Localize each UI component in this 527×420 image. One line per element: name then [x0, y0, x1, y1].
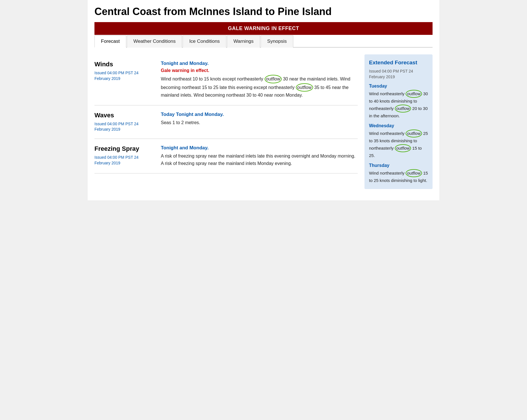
waves-period: Today Tonight and Monday.: [161, 112, 358, 117]
winds-issued: Issued 04:00 PM PST 24 February 2019: [94, 70, 154, 81]
outflow-tuesday-2: outflow: [395, 105, 411, 113]
freezing-spray-left: Freezing Spray Issued 04:00 PM PST 24 Fe…: [94, 145, 154, 167]
tuesday-label: Tuesday: [369, 84, 428, 89]
winds-text: Wind northeast 10 to 15 knots except nor…: [161, 75, 358, 99]
tab-weather-conditions[interactable]: Weather Conditions: [127, 35, 182, 48]
page-title: Central Coast from McInnes Island to Pin…: [94, 6, 433, 18]
outflow-wednesday-1: outflow: [406, 130, 422, 137]
tab-bar: Forecast Weather Conditions Ice Conditio…: [94, 35, 433, 48]
winds-title: Winds: [94, 61, 154, 68]
freezing-spray-body: Tonight and Monday. A risk of freezing s…: [161, 145, 358, 167]
outflow-highlight-2: outflow: [296, 83, 313, 92]
thursday-label: Thursday: [369, 163, 428, 168]
freezing-spray-title: Freezing Spray: [94, 145, 154, 152]
forecast-content: Winds Issued 04:00 PM PST 24 February 20…: [94, 54, 358, 189]
tab-warnings[interactable]: Warnings: [227, 35, 260, 48]
sidebar-issued: Issued 04:00 PM PST 24 February 2019: [369, 69, 428, 80]
freezing-spray-period: Tonight and Monday.: [161, 145, 358, 151]
freezing-spray-text: A risk of freezing spray near the mainla…: [161, 152, 358, 167]
winds-body: Tonight and Monday. Gale warning in effe…: [161, 61, 358, 99]
outflow-highlight-1: outflow: [265, 75, 282, 83]
waves-body: Today Tonight and Monday. Seas 1 to 2 me…: [161, 112, 358, 132]
waves-section: Waves Issued 04:00 PM PST 24 February 20…: [94, 105, 358, 139]
waves-text: Seas 1 to 2 metres.: [161, 119, 358, 126]
extended-forecast-sidebar: Extended Forecast Issued 04:00 PM PST 24…: [364, 54, 433, 189]
freezing-spray-issued: Issued 04:00 PM PST 24 February 2019: [94, 155, 154, 166]
outflow-wednesday-2: outflow: [395, 144, 411, 152]
winds-section: Winds Issued 04:00 PM PST 24 February 20…: [94, 54, 358, 105]
tab-ice-conditions[interactable]: Ice Conditions: [183, 35, 226, 48]
main-layout: Winds Issued 04:00 PM PST 24 February 20…: [94, 54, 433, 189]
tab-synopsis[interactable]: Synopsis: [261, 35, 293, 48]
wednesday-text: Wind northeasterly outflow 25 to 35 knot…: [369, 130, 428, 159]
waves-issued: Issued 04:00 PM PST 24 February 2019: [94, 121, 154, 132]
waves-left: Waves Issued 04:00 PM PST 24 February 20…: [94, 112, 154, 132]
winds-warning: Gale warning in effect.: [161, 68, 358, 73]
waves-title: Waves: [94, 112, 154, 119]
gale-warning-banner: GALE WARNING IN EFFECT: [94, 22, 433, 35]
tuesday-text: Wind northeasterly outflow 30 to 40 knot…: [369, 90, 428, 119]
outflow-tuesday-1: outflow: [406, 90, 422, 98]
freezing-spray-section: Freezing Spray Issued 04:00 PM PST 24 Fe…: [94, 139, 358, 173]
winds-period: Tonight and Monday.: [161, 61, 358, 66]
thursday-text: Wind northeasterly outflow 15 to 25 knot…: [369, 169, 428, 184]
sidebar-title: Extended Forecast: [369, 60, 428, 66]
outflow-thursday-1: outflow: [406, 169, 422, 177]
winds-left: Winds Issued 04:00 PM PST 24 February 20…: [94, 61, 154, 99]
tab-forecast[interactable]: Forecast: [94, 35, 126, 48]
wednesday-label: Wednesday: [369, 123, 428, 128]
